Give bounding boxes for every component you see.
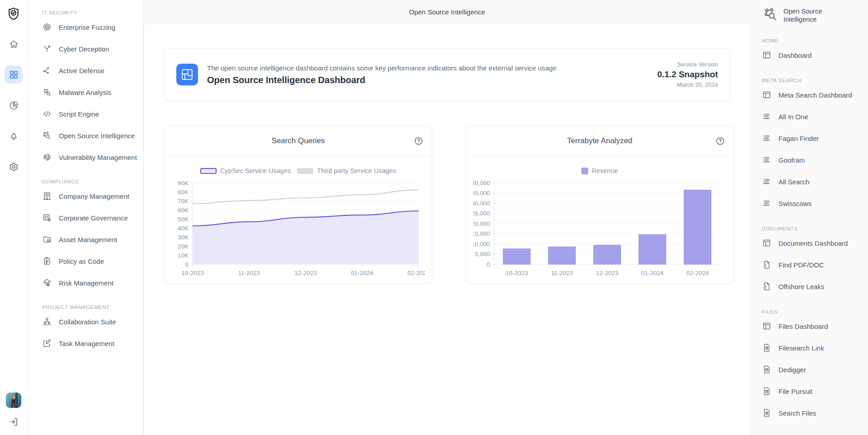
bar-chart-svg: 05,00010,00015,00020,00025,00030,00035,0… <box>473 178 726 282</box>
folder-icon <box>42 234 52 244</box>
list-icon <box>762 133 772 143</box>
svg-text:10K: 10K <box>178 252 189 259</box>
rail-settings-button[interactable] <box>5 158 23 176</box>
rightnav-item-search-files[interactable]: Search Files <box>762 402 865 424</box>
rail-notifications-button[interactable] <box>5 127 23 145</box>
svg-text:30,000: 30,000 <box>473 200 490 207</box>
service-version-label: Service Version <box>657 61 718 68</box>
rightnav-item-swisscows[interactable]: Swisscows <box>762 192 865 214</box>
rightnav-item-find-pdf-doc[interactable]: Find PDF/DOC <box>762 254 865 276</box>
svg-text:12-2023: 12-2023 <box>596 270 618 276</box>
sidebar-section-project-management: PROJECT MANAGEMENTCollaboration SuiteTas… <box>42 304 139 354</box>
bar-02-2024 <box>684 190 711 264</box>
svg-text:10-2023: 10-2023 <box>505 270 528 276</box>
sidebar-item-cyber-deception[interactable]: Cyber Deception <box>42 38 139 60</box>
legend-cypsec-service-usages[interactable]: CypSec Service Usages <box>200 167 291 174</box>
file-search-icon <box>762 386 772 396</box>
file-search-icon <box>762 365 772 374</box>
sidebar-item-asset-management[interactable]: Asset Management <box>42 229 139 250</box>
rightnav-item-all-search[interactable]: All Search <box>762 171 865 192</box>
nav-item-label: Offshore Leaks <box>778 283 824 290</box>
dashboard-icon <box>762 50 772 60</box>
sidebar-item-corporate-governance[interactable]: Corporate Governance <box>42 207 139 229</box>
rightnav-item-goofram[interactable]: Goofram <box>762 149 865 171</box>
rightnav-item-all-in-one[interactable]: All In One <box>762 106 865 127</box>
terrabyte-analyzed-chart: Revenue05,00010,00015,00020,00025,00030,… <box>466 156 733 282</box>
rightnav-item-documents-dashboard[interactable]: Documents Dashboard <box>762 232 865 254</box>
list-icon <box>762 177 772 187</box>
rightnav-item-fagan-finder[interactable]: Fagan Finder <box>762 127 865 149</box>
rail-home-button[interactable] <box>5 35 23 53</box>
sidebar-item-open-source-intelligence[interactable]: Open Source Intelligence <box>42 125 139 146</box>
list-icon <box>762 112 772 122</box>
dashboard-layout-icon <box>176 64 198 85</box>
bar-12-2023 <box>594 245 621 264</box>
sidebar-item-company-management[interactable]: Company Management <box>42 185 139 207</box>
edit-square-icon <box>42 338 52 348</box>
rail-apps-button[interactable] <box>5 65 23 84</box>
legend-swatch <box>581 168 588 174</box>
sidebar-item-collaboration-suite[interactable]: Collaboration Suite <box>42 311 139 332</box>
right-sidebar-title: Open Source Intelligence <box>783 6 833 23</box>
branch-icon <box>42 44 52 54</box>
legend-third-party-service-usages[interactable]: Third party Service Usages <box>297 167 396 174</box>
nav-item-label: All In One <box>778 113 808 121</box>
nav-item-label: Fagan Finder <box>778 135 819 142</box>
search-queries-chart: CypSec Service UsagesThird party Service… <box>165 156 432 282</box>
sidebar-item-risk-management[interactable]: Risk Management <box>42 272 139 294</box>
rightnav-item-dashboard[interactable]: Dashboard <box>762 44 865 66</box>
svg-text:0: 0 <box>185 261 189 268</box>
chart-title: Search Queries <box>271 136 325 145</box>
bar-01-2024 <box>639 234 666 264</box>
nav-item-label: Open Source Intelligence <box>59 132 135 140</box>
building-icon <box>42 191 52 201</box>
svg-text:0: 0 <box>486 261 490 268</box>
nav-item-label: Malware Analysis <box>59 89 111 96</box>
content-panel: The open source intelligence dashboard c… <box>144 23 750 435</box>
sidebar-item-vulnerability-management[interactable]: Vulnerability Management <box>42 146 139 168</box>
bug-search-icon <box>42 87 52 97</box>
nav-item-label: Dedigger <box>778 366 806 374</box>
sidebar-item-active-defense[interactable]: Active Defense <box>42 60 139 81</box>
sidebar-item-malware-analysis[interactable]: Malware Analysis <box>42 81 139 103</box>
user-avatar[interactable] <box>6 393 21 408</box>
grid-icon <box>9 70 19 80</box>
rightnav-section-documents: DOCUMENTSDocuments DashboardFind PDF/DOC… <box>762 226 865 297</box>
layers-eye-icon <box>42 278 52 288</box>
rightnav-item-meta-search-dashboard[interactable]: Meta Search Dashboard <box>762 84 865 106</box>
svg-text:60K: 60K <box>178 207 189 214</box>
help-icon[interactable] <box>715 136 725 146</box>
svg-text:15,000: 15,000 <box>473 230 490 237</box>
logout-button[interactable] <box>6 414 21 430</box>
chart-header: Terrabyte Analyzed <box>466 126 733 156</box>
help-icon[interactable] <box>414 136 424 146</box>
nav-item-label: Task Management <box>59 340 114 347</box>
svg-text:11-2023: 11-2023 <box>551 270 573 276</box>
network-search-icon <box>763 6 779 23</box>
legend-revenue[interactable]: Revenue <box>581 167 618 174</box>
nav-item-label: All Search <box>778 178 809 186</box>
rightnav-item-offshore-leaks[interactable]: Offshore Leaks <box>762 276 865 297</box>
page-title-bar: Open Source Intelligence <box>144 0 750 23</box>
rightnav-item-file-pursuit[interactable]: File Pursuit <box>762 380 865 402</box>
sidebar-item-task-management[interactable]: Task Management <box>42 332 139 354</box>
nav-item-label: Risk Management <box>59 279 113 287</box>
sidebar-item-enterprise-fuzzing[interactable]: Enterprise Fuzzing <box>42 16 139 38</box>
nav-item-label: Documents Dashboard <box>778 239 848 247</box>
rightnav-item-dedigger[interactable]: Dedigger <box>762 359 865 380</box>
service-version-block: Service Version 0.1.2 Snapshot March 20,… <box>657 61 718 88</box>
rail-analytics-button[interactable] <box>5 96 23 114</box>
rightnav-item-filesearch-link[interactable]: Filesearch Link <box>762 337 865 359</box>
rightnav-item-files-dashboard[interactable]: Files Dashboard <box>762 315 865 337</box>
doc-icon <box>762 281 772 291</box>
sidebar-item-script-engine[interactable]: Script Engine <box>42 103 139 125</box>
sidebar-item-policy-as-code[interactable]: Policy as Code <box>42 250 139 272</box>
svg-text:20,000: 20,000 <box>473 220 490 227</box>
chart-header: Search Queries <box>165 126 432 156</box>
svg-text:10-2023: 10-2023 <box>181 270 204 276</box>
info-card-text: The open source intelligence dashboard c… <box>207 64 557 85</box>
charts-row: Search Queries CypSec Service UsagesThir… <box>164 126 730 284</box>
nav-item-label: Policy as Code <box>59 257 104 265</box>
list-gear-icon <box>42 213 52 223</box>
left-sidebar: IT SECURITYEnterprise FuzzingCyber Decep… <box>28 0 144 435</box>
